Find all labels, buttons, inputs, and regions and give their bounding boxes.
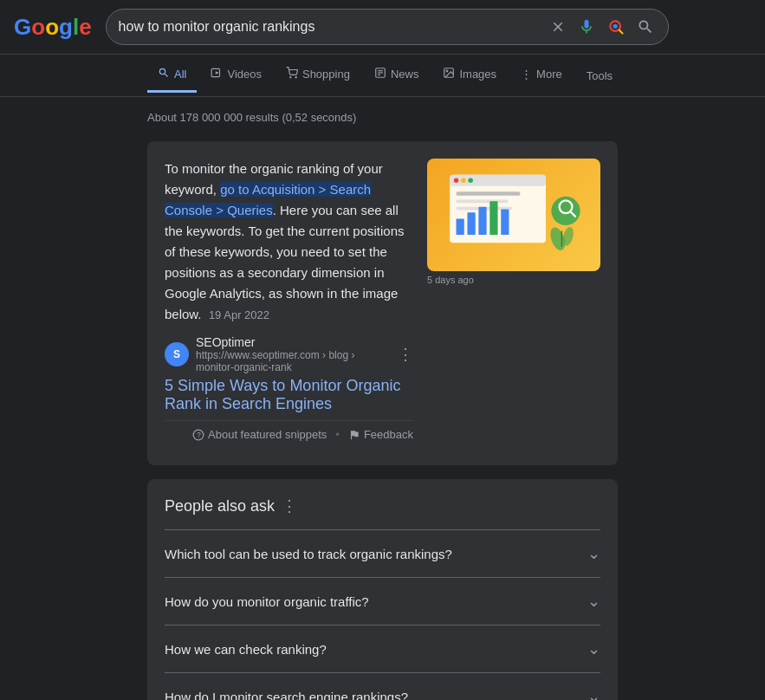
search-icons: [548, 16, 656, 37]
paa-item-2[interactable]: How we can check ranking? ⌄: [165, 625, 600, 672]
search-bar[interactable]: [106, 9, 669, 45]
logo-g1: G: [14, 14, 31, 40]
about-snippets-label: About featured snippets: [208, 428, 327, 441]
snippet-image[interactable]: [427, 159, 600, 271]
results-area: About 178 000 000 results (0,52 seconds)…: [0, 97, 765, 700]
svg-rect-24: [467, 212, 475, 235]
lens-icon: [607, 18, 625, 36]
tab-all-label: All: [174, 68, 186, 81]
shopping-tab-icon: [286, 67, 298, 81]
paa-question-2: How we can check ranking?: [165, 642, 327, 657]
svg-rect-20: [457, 191, 521, 196]
flag-icon: [348, 429, 360, 441]
svg-rect-23: [457, 219, 464, 235]
svg-point-12: [447, 70, 449, 72]
search-input[interactable]: [119, 19, 541, 35]
snippet-feedback-link[interactable]: Feedback: [348, 428, 413, 441]
logo-o2: o: [45, 14, 59, 40]
source-favicon: S: [165, 342, 189, 366]
svg-point-19: [468, 178, 473, 184]
tab-images[interactable]: Images: [432, 58, 507, 93]
snippet-feedback-label: Feedback: [364, 428, 413, 441]
paa-item-1[interactable]: How do you monitor organic traffic? ⌄: [165, 577, 600, 625]
svg-text:?: ?: [197, 431, 201, 438]
source-line: S SEOptimer https://www.seoptimer.com › …: [165, 335, 413, 373]
svg-point-1: [613, 24, 617, 29]
mic-icon: [578, 18, 595, 36]
snippet-body: To monitor the organic ranking of your k…: [165, 159, 413, 325]
videos-tab-icon: [211, 67, 223, 81]
svg-marker-4: [216, 71, 219, 75]
paa-question-0: Which tool can be used to track organic …: [165, 547, 452, 561]
tab-news[interactable]: News: [364, 58, 430, 93]
clear-icon: [550, 19, 566, 35]
logo-o1: o: [31, 14, 45, 40]
paa-question-1: How do you monitor organic traffic?: [165, 594, 369, 609]
source-url: https://www.seoptimer.com › blog › monit…: [196, 349, 391, 373]
more-tab-icon: ⋮: [521, 68, 532, 81]
about-snippets-link[interactable]: ? About featured snippets: [192, 428, 327, 441]
chevron-down-icon-2: ⌄: [587, 639, 600, 658]
svg-rect-26: [489, 201, 497, 235]
chevron-down-icon-1: ⌄: [587, 592, 600, 611]
search-button[interactable]: [635, 16, 656, 37]
svg-rect-21: [457, 199, 509, 203]
paa-title: People also ask: [165, 497, 275, 515]
snippet-footer: ? About featured snippets • Feedback: [165, 420, 413, 448]
nav-tabs: All Videos Shopping News Images ⋮ More T…: [0, 55, 765, 97]
logo-g2: g: [59, 14, 73, 40]
snippet-illustration: [431, 163, 596, 267]
image-days-ago: 5 days ago: [427, 275, 474, 285]
tab-shopping-label: Shopping: [302, 68, 350, 81]
snippet-text-area: To monitor the organic ranking of your k…: [165, 159, 413, 448]
source-info: SEOptimer https://www.seoptimer.com › bl…: [196, 335, 391, 373]
tab-more-label: More: [536, 68, 562, 81]
svg-line-2: [619, 30, 622, 34]
svg-point-18: [461, 178, 466, 184]
tools-button[interactable]: Tools: [576, 61, 623, 91]
header: Google: [0, 0, 765, 55]
tab-more[interactable]: ⋮ More: [510, 59, 573, 92]
news-tab-icon: [374, 67, 386, 81]
featured-snippet: To monitor the organic ranking of your k…: [147, 141, 618, 465]
chevron-down-icon-0: ⌄: [587, 544, 600, 563]
paa-question-3: How do I monitor search engine rankings?: [165, 690, 408, 701]
search-icon: [637, 18, 654, 36]
lens-button[interactable]: [606, 16, 626, 37]
images-tab-icon: [443, 67, 455, 81]
paa-menu-icon[interactable]: ⋮: [282, 496, 297, 515]
tab-images-label: Images: [459, 68, 496, 81]
all-tab-icon: [158, 67, 170, 81]
chevron-down-icon-3: ⌄: [587, 687, 600, 700]
svg-point-6: [295, 77, 296, 78]
tab-all[interactable]: All: [147, 58, 197, 93]
snippet-image-area: 5 days ago: [427, 159, 600, 448]
tab-videos-label: Videos: [227, 68, 262, 81]
results-count: About 178 000 000 results (0,52 seconds): [147, 111, 618, 124]
svg-rect-27: [501, 210, 509, 236]
svg-point-17: [454, 178, 459, 184]
tab-news-label: News: [391, 68, 419, 81]
snippet-text-part2: . Here you can see all the keywords. To …: [165, 203, 405, 321]
tab-shopping[interactable]: Shopping: [276, 58, 360, 93]
svg-point-5: [290, 77, 291, 78]
paa-item-0[interactable]: Which tool can be used to track organic …: [165, 529, 600, 577]
google-logo[interactable]: Google: [14, 14, 92, 41]
snippet-date: 19 Apr 2022: [209, 308, 269, 321]
svg-rect-25: [478, 207, 486, 235]
paa-item-3[interactable]: How do I monitor search engine rankings?…: [165, 672, 600, 700]
dot-separator: •: [335, 428, 340, 441]
clear-button[interactable]: [548, 17, 567, 36]
people-also-ask-section: People also ask ⋮ Which tool can be used…: [147, 479, 618, 700]
question-icon: ?: [192, 429, 204, 441]
logo-e: e: [79, 14, 91, 40]
tab-videos[interactable]: Videos: [200, 58, 272, 93]
source-name: SEOptimer: [196, 335, 391, 349]
source-menu-icon[interactable]: ⋮: [398, 345, 413, 364]
result-title[interactable]: 5 Simple Ways to Monitor Organic Rank in…: [165, 377, 413, 413]
mic-button[interactable]: [576, 16, 597, 37]
paa-header: People also ask ⋮: [165, 496, 600, 515]
